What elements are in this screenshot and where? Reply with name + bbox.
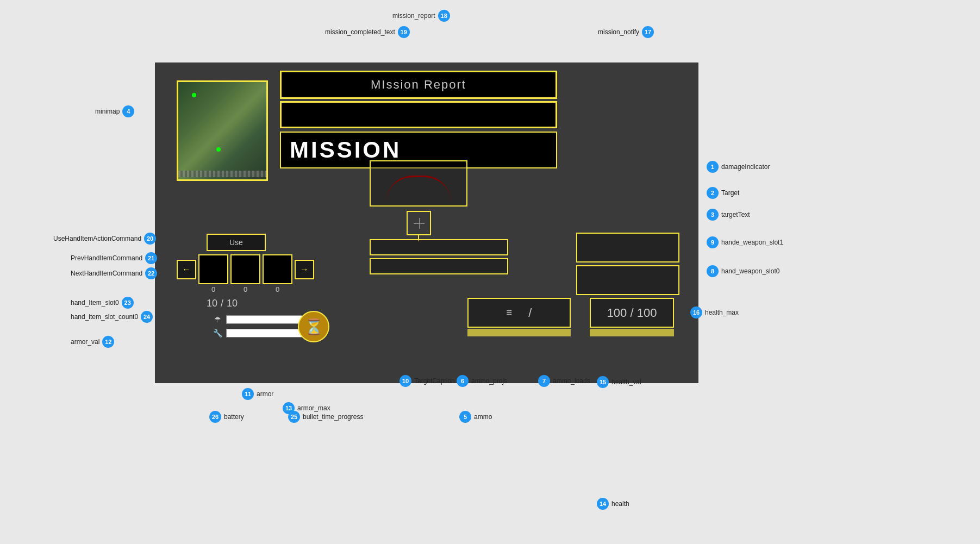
use-hand-item-button[interactable]: Use	[207, 234, 266, 251]
annotation-next-hand-item: NextHandItemCommand 22	[71, 267, 157, 279]
annotation-hand-weapon-slot1: 9 hande_weapon_slot1	[707, 236, 783, 248]
annotation-bubble-12: 12	[102, 336, 114, 348]
annotation-bubble-4: 4	[122, 105, 134, 117]
annotation-minimap: minimap 4	[95, 105, 134, 117]
ammo-lines-icon: ≡	[507, 307, 513, 318]
annotation-target-text: 3 targetText	[707, 209, 750, 221]
annotation-label-5: ammo	[474, 413, 492, 421]
annotation-label-8: hand_weapon_slot0	[721, 267, 779, 275]
annotation-label-9: hande_weapon_slot1	[721, 239, 783, 246]
ammo-bar	[467, 329, 571, 336]
armor-bar-fill	[227, 316, 286, 323]
annotation-bubble-24: 24	[141, 311, 153, 323]
annotation-bubble-5: 5	[459, 411, 471, 423]
annotation-ammo-projs: 6 ammo_projs	[457, 375, 507, 387]
annotation-health: 14 health	[597, 498, 629, 510]
status-bars: ☂ 🔧	[212, 314, 307, 341]
armor-bar-bg	[226, 315, 302, 324]
prev-hand-item-button[interactable]: ←	[177, 260, 196, 279]
annotation-label-2: Target	[721, 189, 739, 197]
annotation-bubble-15: 15	[597, 376, 609, 388]
annotation-label-7: ammo_loads	[553, 377, 590, 385]
annotation-label-26: battery	[224, 413, 244, 421]
annotation-bubble-17: 17	[642, 26, 654, 38]
health-display: 100 / 100	[590, 298, 674, 328]
annotation-label-17: mission_notify	[598, 28, 639, 36]
annotation-label-21: PrevHandItemCommand	[71, 254, 142, 262]
annotation-bubble-21: 21	[145, 252, 157, 264]
slot-count-1: 0	[230, 285, 260, 293]
hand-ammo-current: 10	[207, 298, 217, 309]
annotation-bubble-20: 20	[144, 233, 156, 245]
annotation-bubble-26: 26	[209, 411, 221, 423]
annotation-bubble-10: 10	[400, 375, 411, 387]
annotation-bubble-19: 19	[398, 26, 410, 38]
annotation-bullet-time: 25 bullet_time_progress	[288, 411, 363, 423]
annotation-label-6: ammo_projs	[471, 377, 507, 385]
damage-indicator	[370, 160, 467, 207]
annotation-ammo: 5 ammo	[459, 411, 492, 423]
annotation-hand-item-slot-count0: hand_item_slot_count0 24	[71, 311, 153, 323]
annotation-label-12: armor_val	[71, 338, 99, 346]
bullet-time-progress: ⏳	[298, 311, 329, 342]
hand-slot-counts: 0 0 0	[198, 285, 329, 293]
annotation-label-19: mission_completed_text	[325, 28, 395, 36]
annotation-bubble-1: 1	[707, 161, 719, 173]
hand-item-slot-2	[263, 254, 292, 284]
annotation-bubble-7: 7	[538, 375, 550, 387]
annotation-mission-notify: mission_notify 17	[598, 26, 654, 38]
annotation-bubble-3: 3	[707, 209, 719, 221]
annotation-bubble-14: 14	[597, 498, 609, 510]
annotation-label-25: bullet_time_progress	[303, 413, 363, 421]
mission-text: MISSION	[290, 137, 401, 162]
next-hand-item-button[interactable]: →	[295, 260, 314, 279]
hand-weapon-slot1	[576, 233, 679, 262]
stopwatch-icon: ⏳	[304, 318, 323, 336]
minimap-scale	[178, 171, 266, 177]
mission-report-panel: MIssion Report MISSION	[280, 71, 557, 168]
health-max-val: 100 / 100	[607, 306, 657, 320]
slot-count-0: 0	[198, 285, 228, 293]
minimap-marker-1	[192, 93, 196, 97]
damage-arc	[386, 176, 451, 203]
target-caption	[370, 258, 508, 274]
annotation-bubble-16: 16	[690, 307, 702, 318]
annotation-damage-indicator: 1 damageIndicator	[707, 161, 770, 173]
annotation-label-20: UseHandItemActionCommand	[53, 235, 141, 242]
battery-bar-fill	[227, 329, 294, 337]
minimap-inner	[178, 82, 266, 179]
annotation-bubble-18: 18	[438, 10, 450, 22]
hand-slots-row: ← →	[177, 254, 329, 284]
annotation-health-max: 16 health_max	[690, 307, 739, 318]
hand-ammo-max: 10	[227, 298, 238, 309]
annotation-bubble-25: 25	[288, 411, 300, 423]
shield-icon: ☂	[212, 314, 223, 325]
annotation-hand-item-slot0: hand_Item_slot0 23	[71, 297, 134, 309]
minimap-marker-2	[216, 147, 221, 152]
hand-weapon-slot0	[576, 265, 679, 295]
target	[407, 211, 431, 235]
battery-bar-row: 🔧	[212, 328, 307, 339]
mission-report-title-box: MIssion Report	[280, 71, 557, 99]
crosshair	[414, 218, 425, 229]
annotation-label-1: damageIndicator	[721, 163, 770, 171]
ammo-display: ≡ /	[467, 298, 571, 328]
target-text	[370, 239, 508, 255]
annotation-label-14: health	[611, 500, 629, 508]
armor-bar-row: ☂	[212, 314, 307, 325]
annotation-bubble-9: 9	[707, 236, 719, 248]
annotation-target-caption: 10 TargetCaption	[400, 375, 455, 387]
annotation-bubble-23: 23	[122, 297, 134, 309]
annotation-label-18: mission_report	[392, 12, 435, 20]
annotation-label-24: hand_item_slot_count0	[71, 313, 138, 321]
annotation-bubble-8: 8	[707, 265, 719, 277]
mission-report-content	[280, 101, 557, 128]
annotation-label-11: armor	[257, 390, 273, 398]
battery-bar-bg	[226, 329, 302, 337]
annotation-label-4: minimap	[95, 108, 120, 115]
hand-item-slot-1	[230, 254, 260, 284]
hand-ammo-separator: /	[221, 298, 223, 309]
annotation-bubble-11: 11	[242, 388, 254, 400]
annotation-label-3: targetText	[721, 211, 750, 218]
annotation-label-22: NextHandItemCommand	[71, 270, 142, 277]
